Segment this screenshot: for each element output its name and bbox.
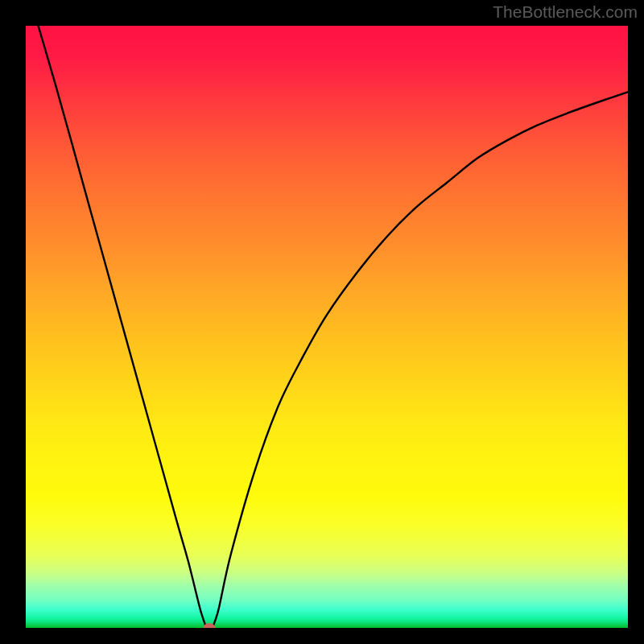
chart-plot-area [26,26,628,628]
watermark-text: TheBottleneck.com [493,2,638,22]
bottleneck-curve [26,26,628,628]
minimum-marker-dot [204,623,216,628]
